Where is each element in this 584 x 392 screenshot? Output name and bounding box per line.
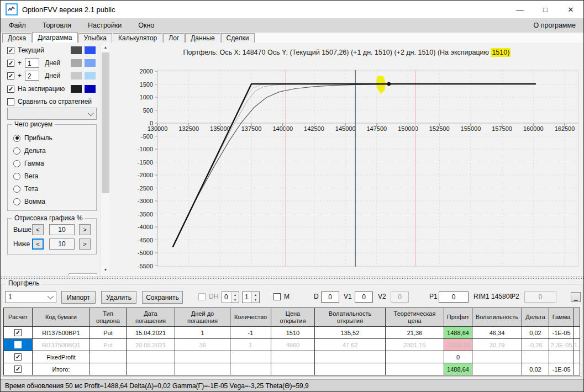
radio-row-Вега[interactable]: Вега: [13, 171, 38, 182]
portfolio-selector[interactable]: 1: [5, 291, 56, 303]
row-0-cell-8[interactable]: 1488,64: [444, 327, 472, 339]
scrollbar-thumb[interactable]: [102, 52, 109, 193]
row-0-cell-9[interactable]: 46,34: [472, 327, 522, 339]
dh-spinner-1[interactable]: 0 ▲▼: [222, 292, 239, 303]
row-0-cell-2[interactable]: 15.04.2021: [127, 327, 175, 339]
row-1-cell-7[interactable]: 2301,15: [386, 339, 444, 351]
row-3-cell-10[interactable]: 0,02: [522, 363, 549, 375]
row-0-cell-0[interactable]: RI137500BP1: [33, 327, 90, 339]
row-3-checkbox-cell[interactable]: [4, 363, 33, 375]
minimize-button[interactable]: —: [507, 1, 533, 18]
row-3-cell-8[interactable]: 1488,64: [444, 363, 472, 375]
increase-button[interactable]: >: [79, 224, 91, 235]
row-2-cell-9[interactable]: [472, 351, 522, 363]
legend-checkbox-0[interactable]: [7, 47, 14, 54]
row-2-cell-6[interactable]: [315, 351, 386, 363]
row-1-cell-9[interactable]: 30,79: [472, 339, 522, 351]
radio-row-Дельта[interactable]: Дельта: [13, 145, 46, 156]
d-field[interactable]: 0: [321, 292, 339, 303]
row-3-cell-9[interactable]: [472, 363, 522, 375]
save-button[interactable]: Сохранить: [142, 291, 183, 304]
row-3-cell-0[interactable]: Итого:: [33, 363, 90, 375]
scroll-down-icon[interactable]: ▼: [101, 265, 110, 274]
column-header-0[interactable]: Расчет: [4, 308, 33, 327]
column-header-7[interactable]: Волатильность открытия: [315, 308, 386, 327]
row-checkbox[interactable]: [14, 353, 22, 361]
row-0-cell-5[interactable]: 1510: [271, 327, 315, 339]
crosshair-point-marker[interactable]: [387, 82, 391, 86]
row-2-cell-3[interactable]: [175, 351, 230, 363]
column-header-11[interactable]: Дельта: [522, 308, 549, 327]
row-0-cell-11[interactable]: -1E-05: [549, 327, 574, 339]
menu-item-about[interactable]: О программе: [526, 22, 583, 29]
table-row-1[interactable]: RI137500BQ1Put20.05.2021361496047,622301…: [4, 339, 580, 351]
radio-row-Гамма[interactable]: Гамма: [13, 158, 44, 169]
radio-row-Прибыль[interactable]: Прибыль: [13, 133, 52, 144]
maximize-button[interactable]: □: [533, 1, 558, 18]
row-3-cell-3[interactable]: [175, 363, 230, 375]
payoff-chart-plot[interactable]: -5500-5000-4500-4000-3500-3000-2500-2000…: [109, 43, 584, 279]
p2-field[interactable]: 0: [524, 292, 556, 303]
row-3-cell-6[interactable]: [315, 363, 386, 375]
close-button[interactable]: ✕: [558, 1, 583, 18]
row-1-cell-2[interactable]: 20.05.2021: [127, 339, 175, 351]
row-2-cell-1[interactable]: [90, 351, 127, 363]
table-row-3[interactable]: Итого:1488,640,02-1E-05: [4, 363, 580, 375]
legend-checkbox-2[interactable]: [7, 72, 14, 80]
increase-button[interactable]: >: [79, 239, 91, 250]
row-1-checkbox-cell[interactable]: [4, 339, 33, 351]
scroll-up-icon[interactable]: ▲: [101, 43, 110, 52]
row-3-cell-1[interactable]: [90, 363, 127, 375]
column-header-2[interactable]: Тип опциона: [90, 308, 127, 327]
delete-button[interactable]: Удалить: [101, 291, 136, 304]
row-0-cell-3[interactable]: 1: [175, 327, 230, 339]
row-0-cell-6[interactable]: 135,52: [315, 327, 386, 339]
column-header-10[interactable]: Волатильность: [472, 308, 522, 327]
row-1-cell-1[interactable]: Put: [90, 339, 127, 351]
row-1-cell-6[interactable]: 47,62: [315, 339, 386, 351]
legend-checkbox-4[interactable]: [7, 98, 14, 105]
v1-field[interactable]: 0: [355, 292, 373, 303]
row-1-cell-8[interactable]: -2658,85: [444, 339, 472, 351]
row-2-cell-10[interactable]: [522, 351, 549, 363]
row-2-cell-7[interactable]: [386, 351, 444, 363]
row-1-cell-11[interactable]: 2,3E-05: [549, 339, 574, 351]
row-0-cell-1[interactable]: Put: [90, 327, 127, 339]
spinner-arrows-icon[interactable]: ▲▼: [251, 292, 259, 303]
table-row-2[interactable]: FixedProfit0: [4, 351, 580, 363]
column-header-1[interactable]: Код бумаги: [33, 308, 90, 327]
days-input-2[interactable]: 2: [25, 71, 39, 81]
table-row-0[interactable]: RI137500BP1Put15.04.20211-11510135,5221,…: [4, 327, 580, 339]
column-header-12[interactable]: Гамма: [549, 308, 574, 327]
row-0-cell-7[interactable]: 21,36: [386, 327, 444, 339]
row-3-cell-5[interactable]: [271, 363, 315, 375]
import-button[interactable]: Импорт: [61, 291, 96, 304]
dh-checkbox[interactable]: [198, 293, 206, 300]
tab-Диаграмма[interactable]: Диаграмма: [32, 32, 77, 43]
range-value-0[interactable]: 10: [49, 224, 75, 235]
row-1-cell-10[interactable]: -0,26: [522, 339, 549, 351]
tab-Данные[interactable]: Данные: [185, 33, 220, 43]
menu-item-0[interactable]: Файл: [1, 22, 34, 29]
row-checkbox-unchecked[interactable]: [14, 341, 22, 348]
m-checkbox[interactable]: [273, 293, 281, 300]
p1-field[interactable]: 0: [439, 292, 469, 303]
row-2-cell-4[interactable]: [230, 351, 271, 363]
column-header-6[interactable]: Цена открытия: [271, 308, 315, 327]
row-3-cell-7[interactable]: [386, 363, 444, 375]
menu-item-3[interactable]: Окно: [130, 22, 162, 29]
column-header-5[interactable]: Количество: [230, 308, 271, 327]
radio-Вомма[interactable]: [13, 198, 20, 205]
row-2-checkbox-cell[interactable]: [4, 351, 33, 363]
row-1-cell-4[interactable]: 1: [230, 339, 271, 351]
row-1-cell-0[interactable]: RI137500BQ1: [33, 339, 90, 351]
row-checkbox[interactable]: [14, 329, 22, 336]
spinner-arrows-icon[interactable]: ▲▼: [231, 292, 239, 303]
v2-field[interactable]: 0: [391, 292, 409, 303]
tab-Доска[interactable]: Доска: [2, 33, 31, 43]
row-3-cell-2[interactable]: [127, 363, 175, 375]
tab-Калькулятор[interactable]: Калькулятор: [113, 33, 162, 43]
tab-Лог[interactable]: Лог: [163, 33, 185, 43]
row-0-cell-4[interactable]: -1: [230, 327, 271, 339]
sidebar-scrollbar[interactable]: ▲ ▼: [101, 43, 109, 279]
